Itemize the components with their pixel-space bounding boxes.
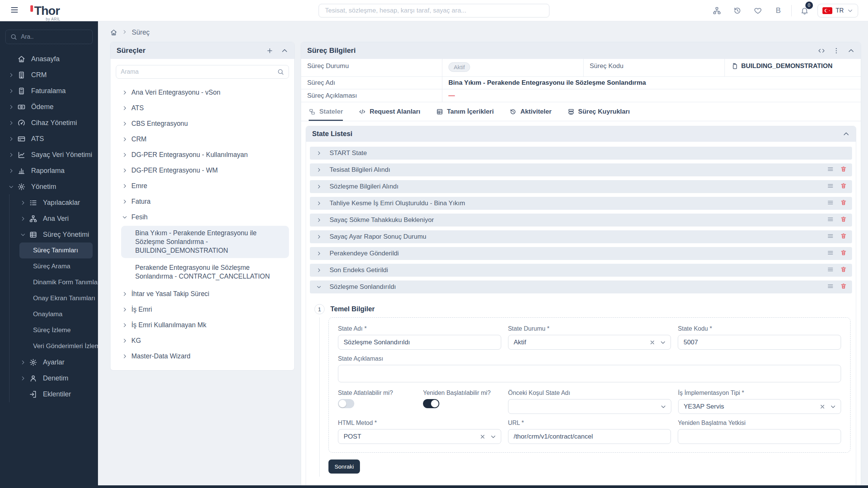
delete-icon[interactable] (840, 249, 847, 258)
sidebar-item-onaylama[interactable]: Onaylama (9, 306, 98, 322)
yeniden-baslatilabilir-toggle[interactable] (423, 399, 439, 408)
reorder-icon[interactable] (827, 283, 834, 292)
sidebar-search[interactable] (5, 30, 93, 44)
clear-x-icon[interactable] (480, 434, 486, 440)
atlatilabilir-toggle[interactable] (338, 399, 354, 408)
state-row[interactable]: Tahliye Kesme İş Emri Oluşturuldu - Bina… (310, 197, 852, 210)
state-row-start[interactable]: START State (310, 147, 852, 160)
reorder-icon[interactable] (827, 249, 834, 258)
reorder-icon[interactable] (827, 233, 834, 241)
url-input[interactable] (508, 429, 671, 444)
reorder-icon[interactable] (827, 182, 834, 191)
tree-item[interactable]: İş Emri Kullanılmayan Mk (110, 317, 294, 333)
tree-item[interactable]: Master-Data Wizard (110, 349, 294, 364)
brand-logo[interactable]: Thor by ARIL (30, 5, 60, 17)
sidebar-item-eklentiler[interactable]: Eklentiler (9, 386, 98, 402)
delete-icon[interactable] (840, 199, 847, 208)
kebab-menu-icon[interactable] (833, 47, 840, 54)
notifications-bell-icon[interactable]: 0 (797, 3, 812, 18)
state-row[interactable]: Son Endeks Getirildi (310, 264, 852, 277)
collapse-panel-icon[interactable] (847, 47, 855, 54)
state-aciklamasi-textarea[interactable] (338, 365, 841, 382)
b-shortcut-icon[interactable]: B (771, 3, 786, 18)
global-search-input[interactable] (319, 4, 549, 17)
step-1-header[interactable]: 1 Temel Bilgiler (314, 304, 851, 314)
tab-request-alanlari[interactable]: Request Alanları (359, 102, 420, 121)
state-adi-input[interactable] (338, 335, 501, 350)
sidebar-item-yonetim[interactable]: Yönetim (0, 179, 98, 195)
sidebar-item-ats[interactable]: ATS (0, 131, 98, 147)
add-process-icon[interactable] (266, 47, 273, 54)
tree-item-fesih[interactable]: Fesih (110, 209, 294, 225)
state-durumu-select[interactable]: Aktif (508, 335, 671, 350)
code-view-icon[interactable] (818, 47, 825, 54)
delete-icon[interactable] (840, 233, 847, 241)
sidebar-item-surec-izleme[interactable]: Süreç İzleme (9, 322, 98, 338)
tree-item[interactable]: ATS (110, 100, 294, 116)
clear-x-icon[interactable] (649, 339, 655, 345)
tree-item[interactable]: CBS Entegrasyonu (110, 116, 294, 132)
copy-icon[interactable] (731, 63, 738, 70)
tree-item[interactable]: İş Emri (110, 302, 294, 317)
sidebar-item-surec-tanimlari[interactable]: Süreç Tanımları (19, 242, 93, 258)
favorites-heart-icon[interactable] (750, 3, 765, 18)
tab-aktiviteler[interactable]: Aktiviteler (510, 102, 551, 121)
clear-x-icon[interactable] (819, 404, 825, 410)
tree-item[interactable]: CRM (110, 132, 294, 147)
tree-item-contract-cancellation[interactable]: Perakende Entegrasyonu ile Sözleşme Sonl… (121, 260, 289, 284)
state-row-expanded[interactable]: Sözleşme Sonlandırıldı (310, 280, 852, 293)
collapse-panel-icon[interactable] (281, 47, 288, 54)
reorder-icon[interactable] (827, 216, 834, 225)
delete-icon[interactable] (840, 266, 847, 274)
sidebar-item-raporlama[interactable]: Raporlama (0, 163, 98, 179)
next-button[interactable]: Sonraki (328, 459, 360, 474)
html-metod-select[interactable]: POST (338, 429, 501, 444)
tree-item[interactable]: Ana Veri Entegrasyonu - vSon (110, 85, 294, 100)
sidebar-item-yapilacaklar[interactable]: Yapılacaklar (9, 195, 98, 211)
yetki-input[interactable] (678, 429, 841, 444)
sidebar-item-denetim[interactable]: Denetim (9, 370, 98, 386)
sidebar-item-ayarlar[interactable]: Ayarlar (9, 354, 98, 370)
sidebar-item-veri-gonderimleri-izleme[interactable]: Veri Gönderimleri İzleme (9, 338, 98, 354)
state-row[interactable]: Sözleşme Bilgileri Alındı (310, 180, 852, 193)
sidebar-item-surec-yonetimi[interactable]: Süreç Yönetimi (9, 227, 98, 242)
sidebar-item-crm[interactable]: CRM (0, 67, 98, 83)
menu-toggle-icon[interactable] (10, 5, 19, 16)
tab-tanim-icerikleri[interactable]: Tanım İçerikleri (436, 102, 494, 121)
history-icon[interactable] (730, 3, 745, 18)
tree-item[interactable]: İhtar ve Yasal Takip Süreci (110, 286, 294, 302)
delete-icon[interactable] (840, 283, 847, 291)
tree-item-building-demonstration[interactable]: Bina Yıkım - Perakende Entegrasyonu ile … (121, 226, 289, 258)
tree-item[interactable]: Emre (110, 178, 294, 194)
reorder-icon[interactable] (827, 199, 834, 208)
tree-item[interactable]: KG (110, 333, 294, 349)
reorder-icon[interactable] (827, 266, 834, 275)
sidebar-item-anasayfa[interactable]: Anasayfa (0, 51, 98, 67)
state-kodu-input[interactable] (678, 335, 841, 350)
tree-item[interactable]: DG-PER Entegrasyonu - WM (110, 163, 294, 178)
process-search-input[interactable] (121, 68, 277, 75)
tree-item[interactable]: Fatura (110, 194, 294, 209)
collapse-panel-icon[interactable] (843, 130, 850, 138)
sidebar-item-sayac-veri-yonetimi[interactable]: Sayaç Veri Yönetimi (0, 147, 98, 163)
tab-stateler[interactable]: Stateler (309, 102, 343, 121)
sidebar-item-onay-ekran-tanimlari[interactable]: Onay Ekran Tanımları (9, 290, 98, 306)
home-icon[interactable] (110, 29, 117, 36)
sidebar-item-cihaz-yonetimi[interactable]: Cihaz Yönetimi (0, 115, 98, 131)
state-row[interactable]: Tesisat Bilgileri Alındı (310, 163, 852, 176)
state-row[interactable]: Sayaç Sökme Tahakkuku Bekleniyor (310, 214, 852, 227)
delete-icon[interactable] (840, 216, 847, 224)
tree-item[interactable]: DG-PER Entegrasyonu - Kullanılmayan (110, 147, 294, 163)
delete-icon[interactable] (840, 182, 847, 191)
sidebar-search-input[interactable] (21, 33, 88, 40)
delete-icon[interactable] (840, 166, 847, 174)
implementasyon-select[interactable]: YE3AP Servis (678, 399, 841, 414)
onceki-kosul-select[interactable] (508, 399, 671, 414)
sitemap-icon[interactable] (709, 3, 724, 18)
tab-surec-kuyruklari[interactable]: Süreç Kuyrukları (568, 102, 630, 121)
sidebar-item-odeme[interactable]: Ödeme (0, 99, 98, 115)
state-row[interactable]: Sayaç Ayar Rapor Sonuç Durumu (310, 230, 852, 243)
sidebar-item-faturalama[interactable]: Faturalama (0, 83, 98, 99)
sidebar-item-surec-arama[interactable]: Süreç Arama (9, 258, 98, 274)
sidebar-item-ana-veri[interactable]: Ana Veri (9, 211, 98, 227)
